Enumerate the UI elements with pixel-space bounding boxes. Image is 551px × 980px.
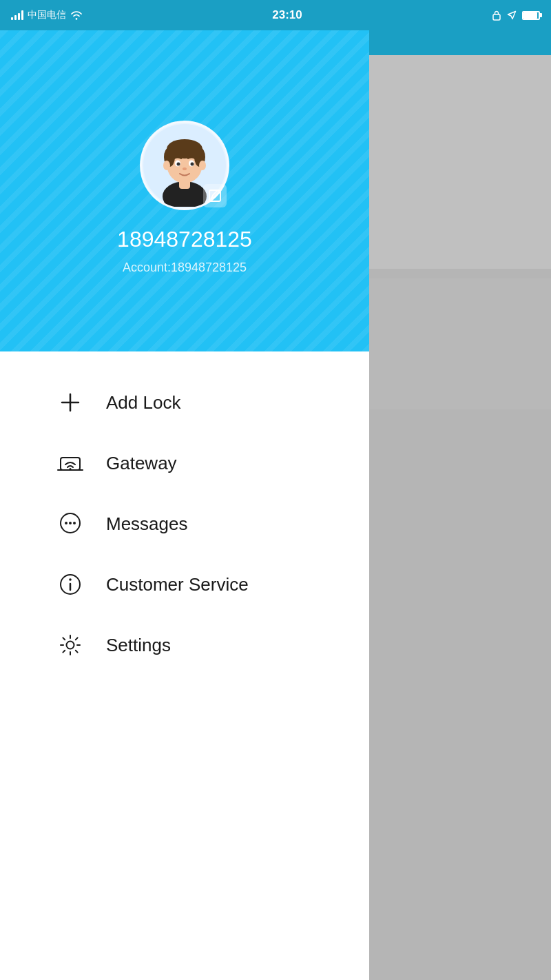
carrier-label: 中国电信 (28, 9, 66, 21)
avatar-container[interactable] (140, 121, 229, 210)
time-display: 23:10 (272, 8, 302, 22)
svg-point-15 (183, 167, 187, 170)
left-drawer: 18948728125 Account:18948728125 Add Lock (0, 0, 369, 980)
right-panel-top-card (369, 55, 551, 269)
svg-point-29 (69, 578, 72, 581)
status-bar: 中国电信 23:10 (0, 0, 551, 30)
chat-icon (55, 509, 85, 539)
user-account: Account:18948728125 (123, 261, 247, 275)
menu-item-gateway[interactable]: Gateway (0, 433, 369, 493)
svg-point-26 (73, 522, 76, 524)
svg-point-24 (65, 522, 67, 524)
menu-item-customer-service[interactable]: Customer Service (0, 554, 369, 615)
right-panel-overlay (369, 0, 551, 980)
info-icon (55, 569, 85, 600)
navigation-icon (507, 10, 517, 20)
add-lock-label: Add Lock (106, 392, 180, 414)
svg-point-9 (163, 161, 170, 170)
status-bar-left: 中国电信 (11, 9, 83, 21)
gateway-icon (55, 448, 85, 478)
svg-point-13 (177, 163, 180, 166)
user-phone: 18948728125 (117, 227, 252, 252)
battery-icon (522, 11, 540, 20)
svg-rect-8 (167, 147, 202, 158)
gateway-label: Gateway (106, 453, 177, 474)
svg-point-10 (199, 161, 206, 170)
messages-label: Messages (106, 513, 188, 535)
customer-service-label: Customer Service (106, 574, 249, 595)
gear-icon (55, 630, 85, 660)
svg-point-14 (191, 163, 194, 166)
signal-icon (11, 10, 23, 20)
wifi-icon (70, 10, 83, 20)
svg-rect-0 (493, 14, 500, 20)
menu-section: Add Lock Gateway (0, 351, 369, 696)
plus-icon (55, 387, 85, 418)
status-bar-right (492, 10, 540, 21)
settings-label: Settings (106, 635, 171, 656)
svg-point-30 (67, 642, 74, 649)
profile-header: 18948728125 Account:18948728125 (0, 0, 369, 351)
edit-icon (208, 189, 222, 203)
menu-item-messages[interactable]: Messages (0, 493, 369, 554)
lock-icon (492, 10, 501, 21)
svg-point-25 (69, 522, 72, 524)
menu-item-add-lock[interactable]: Add Lock (0, 372, 369, 433)
svg-point-20 (70, 468, 72, 470)
menu-item-settings[interactable]: Settings (0, 615, 369, 675)
right-panel-mid-card (369, 278, 551, 409)
avatar-edit-button[interactable] (203, 184, 227, 207)
